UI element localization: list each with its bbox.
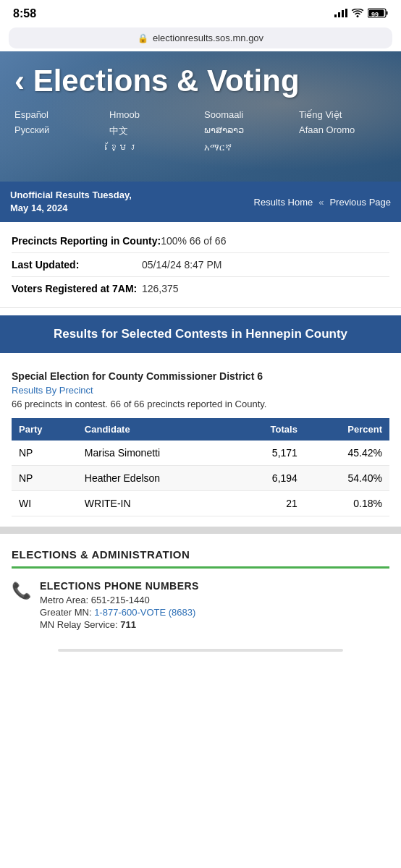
lang-empty2 [299,140,387,155]
greater-mn-label: Greater MN: [40,607,94,618]
cell-party: NP [12,466,77,491]
results-title: Results for Selected Contests in Hennepi… [12,327,389,341]
status-time: 8:58 [13,7,36,20]
nav-date: Unofficial Results Tuesday,May 14, 2024 [10,189,132,215]
contest-title: Special Election for County Commissioner… [12,370,389,382]
cell-percent: 54.40% [305,466,389,491]
hero-banner: ‹ Elections & Voting Español Hmoob Sooma… [0,51,401,182]
svg-text:99: 99 [371,11,379,18]
svg-point-4 [357,15,359,17]
results-section-header: Results for Selected Contests in Hennepi… [0,315,401,353]
url-text: electionresults.sos.mn.gov [153,33,263,43]
cell-percent: 45.42% [305,441,389,466]
nav-links: Results Home « Previous Page [254,197,391,208]
metro-label: Metro Area: [40,595,91,605]
contest-container: Special Election for County Commissioner… [0,360,401,527]
previous-page-link[interactable]: Previous Page [329,197,391,208]
lang-afaan-oromo[interactable]: Afaan Oromo [299,123,387,139]
signal-icon [334,9,347,20]
results-home-link[interactable]: Results Home [254,197,313,208]
metro-number: 651-215-1440 [91,595,150,605]
results-by-precinct-link[interactable]: Results By Precinct [12,385,389,396]
status-bar: 8:58 99 [0,0,401,25]
lang-amharic[interactable]: አማርኛ [204,140,292,155]
voters-value: 126,375 [142,283,179,294]
voters-label: Voters Registered at 7AM: [12,283,142,294]
updated-row: Last Updated: 05/14/24 8:47 PM [12,253,389,277]
info-section: Precincts Reporting in County: 100% 66 o… [0,222,401,308]
table-row: WI WRITE-IN 21 0.18% [12,491,389,516]
language-grid: Español Hmoob Soomaali Tiếng Việt Русски… [14,108,387,155]
phone-greater-mn: Greater MN: 1-877-600-VOTE (8683) [40,607,199,618]
scroll-hint [58,649,343,652]
battery-icon: 99 [368,8,388,20]
updated-value: 05/14/24 8:47 PM [142,259,222,271]
col-candidate: Candidate [77,418,233,441]
svg-rect-1 [338,12,340,17]
cell-candidate: Heather Edelson [77,466,233,491]
lang-empty1 [14,140,102,155]
phone-relay: MN Relay Service: 711 [40,619,199,630]
lang-russian[interactable]: Русский [14,123,102,139]
cell-party: NP [12,441,77,466]
phone-block: 📞 ELECTIONS PHONE NUMBERS Metro Area: 65… [12,580,389,631]
address-bar[interactable]: 🔒 electionresults.sos.mn.gov [9,27,392,48]
lang-khmer[interactable]: ខ្មែរ [109,140,197,155]
phone-icon: 📞 [12,582,31,600]
status-icons: 99 [334,8,388,20]
precincts-value: 100% 66 of 66 [161,235,226,247]
table-header-row: Party Candidate Totals Percent [12,418,389,441]
precincts-row: Precincts Reporting in County: 100% 66 o… [12,229,389,253]
lang-espanol[interactable]: Español [14,108,102,122]
cell-totals: 5,171 [233,441,305,466]
nav-separator: « [318,197,324,208]
svg-rect-2 [342,10,344,17]
section-divider [0,527,401,534]
cell-candidate: Marisa Simonetti [77,441,233,466]
hero-title: ‹ Elections & Voting [14,64,387,98]
table-row: NP Heather Edelson 6,194 54.40% [12,466,389,491]
precincts-label: Precincts Reporting in County: [12,235,161,247]
back-arrow[interactable]: ‹ [14,64,25,98]
lang-lao[interactable]: ພາສາລາວ [204,123,292,139]
col-percent: Percent [305,418,389,441]
cell-totals: 21 [233,491,305,516]
results-table: Party Candidate Totals Percent NP Marisa… [12,418,389,516]
phone-content: ELECTIONS PHONE NUMBERS Metro Area: 651-… [40,580,199,631]
relay-label: MN Relay Service: [40,619,120,630]
lang-hmoob[interactable]: Hmoob [109,108,197,122]
svg-rect-0 [334,14,337,17]
svg-rect-6 [387,11,388,14]
lock-icon: 🔒 [138,33,148,43]
phone-metro: Metro Area: 651-215-1440 [40,595,199,605]
lang-soomaali[interactable]: Soomaali [204,108,292,122]
cell-totals: 6,194 [233,466,305,491]
nav-bar: Unofficial Results Tuesday,May 14, 2024 … [0,182,401,222]
voters-row: Voters Registered at 7AM: 126,375 [12,277,389,300]
svg-rect-3 [345,9,347,17]
cell-party: WI [12,491,77,516]
cell-percent: 0.18% [305,491,389,516]
col-totals: Totals [233,418,305,441]
lang-chinese[interactable]: 中文 [109,123,197,139]
lang-tieng-viet[interactable]: Tiếng Việt [299,108,387,122]
relay-number: 711 [120,619,136,630]
col-party: Party [12,418,77,441]
footer-section-title: ELECTIONS & ADMINISTRATION [12,548,389,569]
contest-info: 66 precincts in contest. 66 of 66 precin… [12,399,389,409]
wifi-icon [352,9,363,20]
phone-block-title: ELECTIONS PHONE NUMBERS [40,580,199,592]
footer-section: ELECTIONS & ADMINISTRATION 📞 ELECTIONS P… [0,534,401,649]
cell-candidate: WRITE-IN [77,491,233,516]
table-row: NP Marisa Simonetti 5,171 45.42% [12,441,389,466]
updated-label: Last Updated: [12,259,142,271]
greater-mn-number[interactable]: 1-877-600-VOTE (8683) [94,607,195,618]
